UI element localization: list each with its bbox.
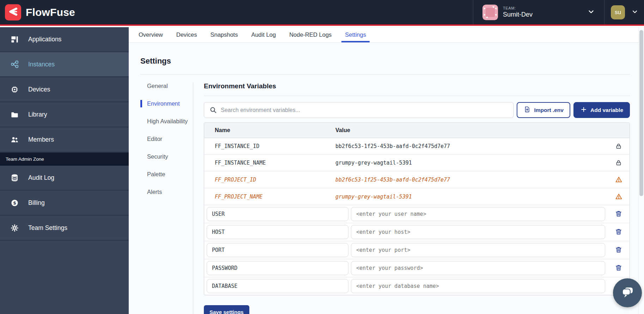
import-file-icon <box>523 106 531 114</box>
search-icon <box>209 106 217 115</box>
scrollbar-thumb[interactable] <box>639 30 643 196</box>
sidebar-item-label: Applications <box>28 36 61 43</box>
tab-overview[interactable]: Overview <box>138 27 164 42</box>
table-row: FF_INSTANCE_ID bb2f6c53-1f25-453b-aafd-0… <box>204 138 630 155</box>
trash-icon <box>615 264 622 273</box>
sidebar-item-applications[interactable]: Applications <box>0 27 129 52</box>
table-row-editable <box>204 259 630 277</box>
gear-icon <box>11 224 19 232</box>
subnav-item-editor[interactable]: Editor <box>140 135 190 143</box>
sidebar-item-label: Instances <box>28 61 55 68</box>
table-row: FF_INSTANCE_NAME grumpy-grey-wagtail-539… <box>204 155 630 171</box>
svg-text:$: $ <box>13 200 16 205</box>
delete-variable-button[interactable] <box>608 264 630 273</box>
devices-icon <box>11 85 19 94</box>
plus-icon <box>580 106 587 114</box>
search-box <box>204 102 514 118</box>
members-icon <box>11 135 19 144</box>
env-var-value: grumpy-grey-wagtail-5391 <box>335 194 608 200</box>
table-header-row: Name Value <box>204 123 630 138</box>
subnav-item-general[interactable]: General <box>140 82 190 90</box>
sidebar-item-label: Library <box>28 111 47 118</box>
flowfuse-logo-icon <box>7 6 19 19</box>
sidebar-item-library[interactable]: Library <box>0 102 129 128</box>
environment-panel: Environment Variables <box>204 82 630 314</box>
add-variable-button[interactable]: Add variable <box>573 102 630 118</box>
table-row-editable <box>204 205 630 223</box>
delete-variable-button[interactable] <box>608 246 630 255</box>
sidebar-item-label: Audit Log <box>28 174 54 182</box>
applications-icon <box>11 35 19 43</box>
env-var-value: bb2f6c53-1f25-453b-aafd-0c2f475d7e77 <box>335 177 608 183</box>
sidebar-item-instances[interactable]: Instances <box>0 52 129 77</box>
brand-name: FlowFuse <box>26 6 75 18</box>
env-var-value-input[interactable] <box>351 225 605 239</box>
env-var-value: grumpy-grey-wagtail-5391 <box>335 160 608 166</box>
search-input[interactable] <box>204 102 514 118</box>
sidebar-item-audit-log[interactable]: Audit Log <box>0 166 129 191</box>
library-icon <box>11 110 19 119</box>
subnav-item-palette[interactable]: Palette <box>140 171 190 178</box>
tab-audit-log[interactable]: Audit Log <box>250 27 277 42</box>
sidebar-item-billing[interactable]: $ Billing <box>0 191 129 216</box>
settings-subnav: General Environment High Availability Ed… <box>140 82 193 314</box>
delete-variable-button[interactable] <box>608 210 630 219</box>
vertical-scrollbar[interactable] <box>638 27 644 314</box>
team-label: TEAM: <box>503 6 533 10</box>
flowfuse-app: FlowFuse TEAM: Sumit-Dev <box>0 0 644 314</box>
table-row-deprecated: FF_PROJECT_ID bb2f6c53-1f25-453b-aafd-0c… <box>204 171 630 188</box>
save-settings-button[interactable]: Save settings <box>204 305 249 314</box>
tab-devices[interactable]: Devices <box>176 27 198 42</box>
env-var-name-input[interactable] <box>207 279 348 293</box>
instances-icon <box>11 60 19 69</box>
team-avatar <box>482 5 498 20</box>
instance-tabbar: Overview Devices Snapshots Audit Log Nod… <box>129 27 644 43</box>
trash-icon <box>615 228 622 237</box>
subnav-item-environment[interactable]: Environment <box>140 100 190 107</box>
lock-icon <box>608 159 630 166</box>
env-var-name: FF_PROJECT_NAME <box>204 194 335 200</box>
lock-icon <box>608 143 630 150</box>
env-var-value-input[interactable] <box>351 207 605 221</box>
sidebar-item-devices[interactable]: Devices <box>0 77 129 102</box>
billing-icon: $ <box>11 199 19 207</box>
table-row-editable <box>204 241 630 259</box>
import-env-button[interactable]: Import .env <box>517 102 570 118</box>
team-admin-zone-label: Team Admin Zone <box>0 153 129 166</box>
env-var-name-input[interactable] <box>207 261 348 275</box>
env-var-name-input[interactable] <box>207 243 348 257</box>
tab-settings[interactable]: Settings <box>344 27 367 42</box>
env-toolbar: Import .env Add variable <box>204 102 630 118</box>
sidebar-item-label: Billing <box>28 199 45 207</box>
team-selector[interactable]: TEAM: Sumit-Dev <box>473 0 604 24</box>
subnav-item-security[interactable]: Security <box>140 153 190 160</box>
user-avatar: su <box>611 5 625 19</box>
subnav-item-alerts[interactable]: Alerts <box>140 188 190 196</box>
tab-snapshots[interactable]: Snapshots <box>209 27 238 42</box>
table-row-deprecated: FF_PROJECT_NAME grumpy-grey-wagtail-5391 <box>204 188 630 205</box>
app-header: FlowFuse TEAM: Sumit-Dev <box>0 0 644 26</box>
warning-icon <box>608 193 630 200</box>
env-var-value-input[interactable] <box>351 243 605 257</box>
flowfuse-logo[interactable] <box>5 4 21 20</box>
chevron-down-icon <box>631 8 638 17</box>
sidebar-item-members[interactable]: Members <box>0 128 129 153</box>
chat-widget-button[interactable] <box>613 278 642 307</box>
env-var-value-input[interactable] <box>351 261 605 275</box>
settings-page: Settings General Environment High Availa… <box>129 43 644 314</box>
env-variables-table: Name Value FF_INSTANCE_ID bb2f6c53-1f25-… <box>204 123 630 295</box>
title-divider <box>140 74 630 75</box>
user-menu[interactable]: su <box>604 0 644 24</box>
env-var-value-input[interactable] <box>351 279 605 293</box>
column-header-name: Name <box>204 127 335 134</box>
sidebar-item-team-settings[interactable]: Team Settings <box>0 216 129 241</box>
column-header-value: Value <box>335 127 608 134</box>
page-title: Settings <box>140 57 630 66</box>
tab-node-red-logs[interactable]: Node-RED Logs <box>288 27 332 42</box>
env-var-name-input[interactable] <box>207 225 348 239</box>
env-var-name-input[interactable] <box>207 207 348 221</box>
subnav-item-high-availability[interactable]: High Availability <box>140 118 190 125</box>
team-text: TEAM: Sumit-Dev <box>503 6 533 18</box>
audit-log-icon <box>11 173 19 182</box>
delete-variable-button[interactable] <box>608 228 630 237</box>
